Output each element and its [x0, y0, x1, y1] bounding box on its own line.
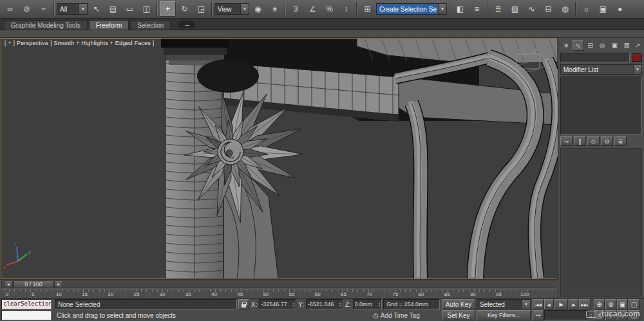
rendered-frame-window-icon[interactable]: ▣: [595, 1, 611, 17]
model-leg-capital[interactable]: [161, 39, 229, 48]
modify-tab-icon[interactable]: ∿: [573, 40, 584, 51]
lock-icon: [242, 304, 246, 307]
zoom-extents-icon[interactable]: ▣: [617, 299, 628, 309]
perspective-viewport[interactable]: [ + ] Perspective ] Smooth + Highlights …: [1, 38, 557, 279]
chevron-down-icon[interactable]: ▼: [79, 4, 87, 14]
create-tab-icon[interactable]: ∗: [560, 40, 572, 51]
toolbar-separator: [211, 2, 213, 16]
render-production-icon[interactable]: ●: [612, 1, 628, 17]
edit-named-selection-sets-icon[interactable]: ⊞: [359, 1, 375, 17]
auto-key-button[interactable]: Auto Key: [442, 299, 475, 309]
tick-label: 90: [467, 291, 478, 297]
angle-snap-icon[interactable]: ∠: [305, 1, 321, 17]
go-to-start-button[interactable]: |◀◀: [533, 299, 544, 309]
select-by-name-icon[interactable]: ▤: [105, 1, 121, 17]
panel-expand-icon[interactable]: ↗: [633, 40, 642, 51]
curve-editor-icon[interactable]: ∿: [524, 1, 540, 17]
select-and-manipulate-icon[interactable]: ∗: [267, 1, 283, 17]
rollout-area[interactable]: [560, 148, 642, 297]
z-coord-field[interactable]: 0.0mm ▴▾: [353, 299, 383, 309]
named-selection-set-combo[interactable]: Create Selection Se ▼: [376, 3, 447, 15]
ribbon-expand-button[interactable]: →: [178, 21, 195, 28]
material-editor-icon[interactable]: ◍: [557, 1, 573, 17]
time-slider[interactable]: ◂ 0 / 100 ▸: [0, 279, 558, 289]
align-icon[interactable]: ≡: [469, 1, 485, 17]
spinner-icon[interactable]: ▴▾: [339, 302, 341, 307]
tick-label: 65: [337, 291, 349, 297]
tab-freeform[interactable]: Freeform: [89, 20, 129, 30]
macro-recorder-field[interactable]: clearSelection: [1, 299, 52, 309]
time-slider-track[interactable]: [1, 280, 556, 288]
select-and-move-icon[interactable]: +: [160, 1, 176, 17]
window-crossing-icon[interactable]: ◫: [138, 1, 155, 17]
time-slider-handle[interactable]: 0 / 100: [14, 280, 53, 288]
utilities-tab-icon[interactable]: ⊠: [621, 40, 632, 51]
graphite-ribbon-toggle-icon[interactable]: ▧: [507, 1, 523, 17]
zoom-icon[interactable]: ⊕: [594, 299, 605, 309]
x-coord-field[interactable]: -32546.77 ▴▾: [259, 299, 296, 309]
unlink-selection-icon[interactable]: ⊘: [19, 1, 35, 17]
schematic-view-icon[interactable]: ⊟: [540, 1, 556, 17]
hierarchy-tab-icon[interactable]: ⊟: [585, 40, 596, 51]
current-frame-field[interactable]: [544, 310, 589, 320]
display-tab-icon[interactable]: ▣: [609, 40, 620, 51]
selection-filter-dropdown[interactable]: All ▼: [57, 3, 88, 15]
maxscript-mini-listener[interactable]: [1, 310, 52, 320]
pin-stack-icon[interactable]: ⊸: [560, 136, 573, 146]
object-name-field[interactable]: [560, 53, 630, 62]
mirror-icon[interactable]: ◧: [452, 1, 468, 17]
layer-manager-icon[interactable]: ≣: [490, 1, 506, 17]
motion-tab-icon[interactable]: ◎: [596, 40, 608, 51]
snaps-toggle-icon[interactable]: 3: [288, 1, 304, 17]
chevron-down-icon[interactable]: ▼: [240, 4, 249, 14]
key-mode-toggle-button[interactable]: ⊶: [533, 310, 544, 320]
viewport-canvas[interactable]: x y z: [1, 39, 558, 279]
key-filters-button[interactable]: Key Filters...: [477, 310, 531, 320]
percent-snap-icon[interactable]: %: [321, 1, 337, 17]
configure-modifier-sets-icon[interactable]: ≣: [614, 136, 627, 146]
select-object-icon[interactable]: ↖: [88, 1, 104, 17]
spinner-icon[interactable]: ▴▾: [379, 302, 381, 307]
spinner-snap-icon[interactable]: ↕: [338, 1, 354, 17]
viewport-label[interactable]: [ + ] Perspective ] Smooth + Highlights …: [5, 40, 154, 46]
modifier-stack-list[interactable]: [560, 77, 642, 134]
zoom-all-icon[interactable]: ⊛: [605, 299, 616, 309]
set-key-button[interactable]: Set Key: [442, 310, 475, 320]
time-step-back-button[interactable]: ◂: [4, 280, 13, 288]
tick-label: 55: [286, 291, 298, 297]
chevron-down-icon[interactable]: ▼: [438, 4, 446, 14]
select-and-link-icon[interactable]: ∞: [2, 1, 18, 17]
previous-frame-button[interactable]: ◀|: [544, 299, 554, 309]
go-to-end-button[interactable]: ▶▶|: [579, 299, 591, 309]
make-unique-icon[interactable]: ◇: [587, 136, 600, 146]
chevron-down-icon[interactable]: ▼: [633, 65, 641, 74]
next-frame-button[interactable]: |▶: [569, 299, 578, 309]
chevron-down-icon[interactable]: ▼: [522, 300, 530, 309]
select-and-rotate-icon[interactable]: ↻: [176, 1, 193, 17]
show-end-result-icon[interactable]: ∥: [574, 136, 586, 146]
modifier-list-dropdown[interactable]: Modifier List ▼: [560, 64, 642, 75]
main-toolbar: ∞ ⊘ ≈ All ▼ ↖ ▤ ▭ ◫ + ↻ ◲ View ▼ ◉ ∗ 3 ∠…: [0, 0, 644, 19]
tab-graphite-modeling-tools[interactable]: Graphite Modeling Tools: [4, 20, 88, 30]
use-pivot-point-icon[interactable]: ◉: [250, 1, 266, 17]
rectangular-selection-region-icon[interactable]: ▭: [122, 1, 138, 17]
track-bar[interactable]: 0 5 10 15 20 25 30 35 40 45 50 55 60 65 …: [0, 289, 558, 298]
render-setup-icon[interactable]: ☼: [578, 1, 594, 17]
key-mode-dropdown[interactable]: Selected ▼: [477, 299, 531, 309]
watermark: -tucao.com: [586, 309, 640, 318]
object-color-swatch[interactable]: [632, 53, 642, 62]
axis-x-label: x: [3, 265, 6, 270]
tick-label: 80: [415, 291, 427, 297]
selection-lock-toggle[interactable]: [238, 299, 249, 309]
time-step-forward-button[interactable]: ▸: [54, 280, 63, 288]
play-button[interactable]: ▶: [554, 299, 568, 309]
spinner-icon[interactable]: ▴▾: [292, 302, 294, 307]
y-coord-field[interactable]: -6521.046 ▴▾: [306, 299, 343, 309]
select-and-scale-icon[interactable]: ◲: [193, 1, 209, 17]
tab-selection[interactable]: Selection: [130, 20, 171, 30]
remove-modifier-icon[interactable]: ⊖: [601, 136, 613, 146]
reference-coordinate-dropdown[interactable]: View ▼: [214, 3, 249, 15]
add-time-tag[interactable]: ◷ Add Time Tag: [373, 312, 440, 319]
bind-to-space-warp-icon[interactable]: ≈: [35, 1, 52, 17]
zoom-region-icon[interactable]: ▢: [629, 299, 639, 309]
